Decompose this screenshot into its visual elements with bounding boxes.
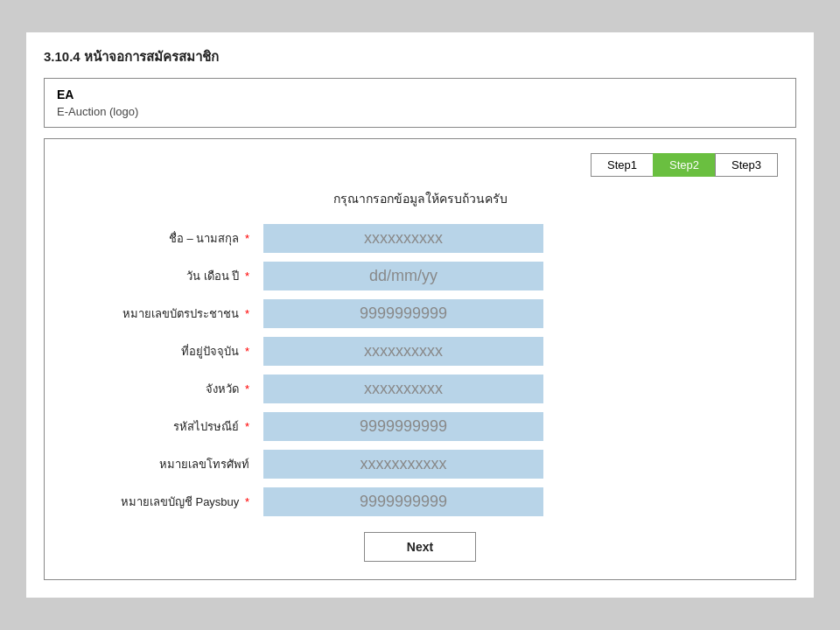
field-label-2: หมายเลขบัตรประชาชน *: [62, 304, 263, 323]
field-label-4: จังหวัด *: [62, 380, 263, 398]
form-row: จังหวัด *: [62, 374, 778, 403]
field-label-7: หมายเลขบัญชี Paysbuy *: [62, 493, 263, 511]
field-label-6: หมายเลขโทรศัพท์: [62, 455, 263, 473]
required-star-4: *: [242, 382, 249, 396]
form-row: ชื่อ – นามสกุล *: [62, 224, 778, 253]
required-star-7: *: [242, 495, 249, 508]
field-label-1: วัน เดือน ปี *: [62, 267, 263, 285]
steps-row: Step1 Step2 Step3: [62, 153, 778, 177]
main-box: Step1 Step2 Step3 กรุณากรอกข้อมูลให้ครบถ…: [44, 138, 796, 580]
field-input-2[interactable]: [263, 299, 543, 328]
required-star-1: *: [242, 270, 249, 283]
form-fields: ชื่อ – นามสกุล *วัน เดือน ปี *หมายเลขบัต…: [62, 224, 778, 516]
next-button[interactable]: Next: [364, 532, 476, 562]
page-container: 3.10.4 หน้าจอการสมัครสมาชิก EA E-Auction…: [26, 32, 814, 598]
page-title: 3.10.4 หน้าจอการสมัครสมาชิก: [44, 46, 796, 67]
header-box: EA E-Auction (logo): [44, 78, 796, 128]
next-row: Next: [62, 532, 778, 562]
form-row: ที่อยู่ปัจจุบัน *: [62, 337, 778, 366]
step2-button[interactable]: Step2: [653, 153, 715, 177]
form-row: รหัสไปรษณีย์ *: [62, 412, 778, 441]
field-input-7[interactable]: [263, 487, 543, 516]
step1-button[interactable]: Step1: [591, 153, 653, 177]
required-star-3: *: [242, 345, 249, 358]
field-input-4[interactable]: [263, 374, 543, 403]
field-label-5: รหัสไปรษณีย์ *: [62, 417, 263, 436]
required-star-5: *: [242, 420, 249, 433]
header-ea: EA: [57, 88, 783, 102]
form-row: หมายเลขบัตรประชาชน *: [62, 299, 778, 328]
field-input-5[interactable]: [263, 412, 543, 441]
required-star-2: *: [242, 307, 249, 320]
header-logo: E-Auction (logo): [57, 105, 783, 118]
field-label-3: ที่อยู่ปัจจุบัน *: [62, 342, 263, 360]
form-row: หมายเลขโทรศัพท์: [62, 450, 778, 479]
field-input-0[interactable]: [263, 224, 543, 253]
field-input-3[interactable]: [263, 337, 543, 366]
form-row: วัน เดือน ปี *: [62, 262, 778, 290]
instruction-text: กรุณากรอกข้อมูลให้ครบถ้วนครับ: [62, 189, 778, 208]
field-label-0: ชื่อ – นามสกุล *: [62, 229, 263, 248]
field-input-1[interactable]: [263, 262, 543, 290]
field-input-6[interactable]: [263, 450, 543, 479]
form-row: หมายเลขบัญชี Paysbuy *: [62, 487, 778, 516]
required-star-0: *: [242, 232, 249, 245]
step3-button[interactable]: Step3: [715, 153, 778, 177]
